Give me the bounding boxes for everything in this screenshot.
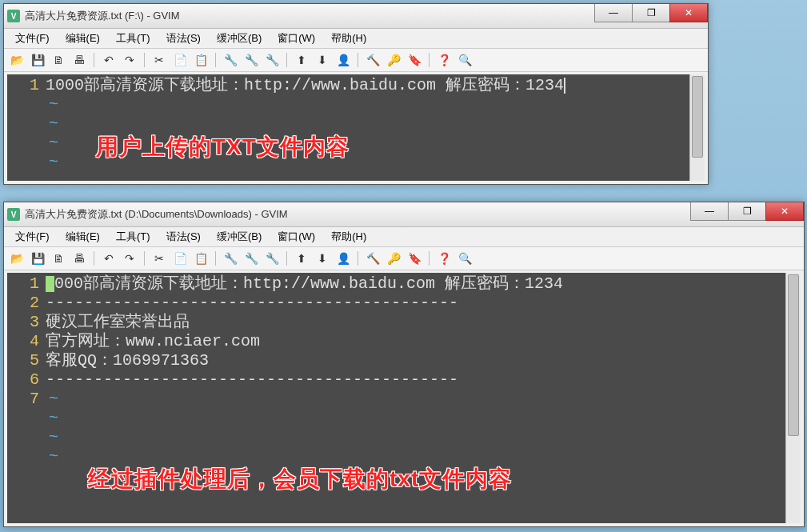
code-line[interactable]: 000部高清资源下载地址：http://www.baidu.com 解压密码：1… — [46, 274, 801, 294]
toolbar-button-icon[interactable]: 🔍 — [457, 52, 473, 68]
code-line[interactable]: 官方网址：www.nciaer.com — [46, 332, 801, 351]
toolbar-button-icon[interactable]: ⬆ — [294, 250, 310, 266]
toolbar-button-icon[interactable]: 🔖 — [406, 52, 422, 68]
toolbar-button-icon[interactable]: 💾 — [30, 250, 46, 266]
annotation-text-2: 经过插件处理后，会员下载的txt文件内容 — [88, 464, 512, 494]
toolbar-button-icon[interactable]: 🔧 — [243, 250, 259, 266]
code-content[interactable]: 1000部高清资源下载地址：http://www.baidu.com 解压密码：… — [46, 74, 705, 181]
toolbar-button-icon[interactable]: ⬇ — [314, 250, 330, 266]
toolbar-button-icon[interactable]: 🖶 — [71, 250, 87, 266]
toolbar-button-icon[interactable]: 🔧 — [264, 52, 280, 68]
toolbar-button-icon[interactable]: 👤 — [335, 52, 351, 68]
toolbar-button-icon[interactable]: 🗎 — [50, 52, 66, 68]
toolbar-separator — [429, 53, 429, 67]
minimize-button[interactable]: — — [690, 202, 729, 221]
toolbar-button-icon[interactable]: 🖶 — [71, 52, 87, 68]
menu-item[interactable]: 工具(T) — [108, 30, 158, 47]
code-line[interactable]: 硬汉工作室荣誉出品 — [46, 313, 801, 332]
toolbar-button-icon[interactable]: 💾 — [30, 52, 46, 68]
minimize-button[interactable]: — — [594, 4, 633, 22]
toolbar-button-icon[interactable]: 🔧 — [222, 52, 238, 68]
toolbar-button-icon[interactable]: ↷ — [122, 52, 138, 68]
toolbar-button-icon[interactable]: 📋 — [193, 250, 209, 266]
code-line[interactable]: ----------------------------------------… — [46, 294, 801, 313]
toolbar-button-icon[interactable]: 📂 — [9, 52, 25, 68]
empty-line-tilde: ~ — [46, 390, 801, 409]
scrollbar-thumb[interactable] — [788, 274, 799, 436]
toolbar-button-icon[interactable]: 🔑 — [386, 250, 402, 266]
window-controls: — ❐ ✕ — [691, 202, 804, 221]
toolbar-button-icon[interactable]: 🔧 — [222, 250, 238, 266]
toolbar-separator — [215, 53, 216, 67]
toolbar-button-icon[interactable]: 📋 — [193, 52, 209, 68]
toolbar-button-icon[interactable]: ⬆ — [294, 52, 310, 68]
menu-item[interactable]: 窗口(W) — [270, 30, 323, 47]
menubar: 文件(F)编辑(E)工具(T)语法(S)缓冲区(B)窗口(W)帮助(H) — [4, 227, 804, 247]
cursor-block — [46, 276, 54, 292]
editor-area[interactable]: 1 1000部高清资源下载地址：http://www.baidu.com 解压密… — [7, 74, 705, 181]
toolbar-button-icon[interactable]: ↶ — [101, 250, 117, 266]
menu-item[interactable]: 缓冲区(B) — [209, 228, 270, 246]
toolbar-button-icon[interactable]: 🗎 — [50, 250, 66, 266]
scrollbar-thumb[interactable] — [692, 76, 703, 158]
insert-cursor — [564, 78, 565, 94]
menu-item[interactable]: 编辑(E) — [58, 30, 108, 47]
window-controls: — ❐ ✕ — [595, 4, 708, 22]
toolbar-button-icon[interactable]: 🔧 — [264, 250, 280, 266]
toolbar-separator — [144, 251, 145, 266]
window-title: 高清大片免费资源.txt (D:\Documents\Downloads) - … — [25, 207, 288, 222]
maximize-button[interactable]: ❐ — [728, 202, 766, 221]
toolbar-button-icon[interactable]: 🔍 — [457, 250, 473, 266]
toolbar: 📂💾🗎🖶↶↷✂📄📋🔧🔧🔧⬆⬇👤🔨🔑🔖❓🔍 — [4, 49, 708, 72]
menu-item[interactable]: 文件(F) — [7, 228, 58, 246]
line-number: 5 — [7, 351, 39, 370]
toolbar-button-icon[interactable]: 📄 — [172, 250, 188, 266]
toolbar-button-icon[interactable]: ✂ — [151, 52, 167, 68]
line-number: 7 — [7, 390, 39, 409]
code-line[interactable]: ----------------------------------------… — [46, 370, 801, 390]
toolbar-button-icon[interactable]: ✂ — [151, 250, 167, 266]
menu-item[interactable]: 编辑(E) — [58, 228, 108, 246]
menu-item[interactable]: 文件(F) — [7, 30, 58, 47]
toolbar-button-icon[interactable]: 🔨 — [365, 52, 381, 68]
menu-item[interactable]: 窗口(W) — [270, 228, 323, 246]
toolbar-button-icon[interactable]: ↷ — [122, 250, 138, 266]
toolbar-button-icon[interactable]: 🔑 — [386, 52, 402, 68]
app-icon: V — [7, 208, 20, 221]
line-number-gutter: 1234567 — [7, 273, 46, 523]
menu-item[interactable]: 语法(S) — [158, 228, 209, 246]
toolbar-button-icon[interactable]: 🔖 — [406, 250, 422, 266]
toolbar-button-icon[interactable]: 👤 — [335, 250, 351, 266]
line-number-gutter: 1 — [7, 74, 46, 181]
annotation-text-1: 用户上传的TXT文件内容 — [96, 132, 350, 162]
close-button[interactable]: ✕ — [765, 202, 804, 221]
menu-item[interactable]: 缓冲区(B) — [209, 30, 270, 47]
titlebar[interactable]: V 高清大片免费资源.txt (D:\Documents\Downloads) … — [4, 202, 804, 227]
vertical-scrollbar[interactable] — [785, 273, 801, 523]
menu-item[interactable]: 帮助(H) — [323, 30, 374, 47]
vertical-scrollbar[interactable] — [689, 74, 705, 181]
code-line[interactable]: 客服QQ：1069971363 — [46, 351, 801, 370]
line-number: 4 — [7, 332, 39, 351]
line-number: 2 — [7, 294, 39, 313]
menu-item[interactable]: 语法(S) — [158, 30, 209, 47]
app-icon: V — [7, 10, 20, 22]
menu-item[interactable]: 工具(T) — [108, 228, 158, 246]
toolbar-button-icon[interactable]: 📄 — [172, 52, 188, 68]
toolbar-separator — [215, 251, 216, 266]
toolbar-button-icon[interactable]: 📂 — [9, 250, 25, 266]
toolbar-button-icon[interactable]: 🔨 — [365, 250, 381, 266]
toolbar-button-icon[interactable]: ⬇ — [314, 52, 330, 68]
toolbar-button-icon[interactable]: 🔧 — [243, 52, 259, 68]
toolbar-button-icon[interactable]: ❓ — [436, 250, 452, 266]
line-number: 1 — [7, 274, 39, 294]
toolbar: 📂💾🗎🖶↶↷✂📄📋🔧🔧🔧⬆⬇👤🔨🔑🔖❓🔍 — [4, 247, 804, 270]
toolbar-separator — [144, 53, 145, 67]
toolbar-button-icon[interactable]: ❓ — [436, 52, 452, 68]
maximize-button[interactable]: ❐ — [632, 4, 670, 22]
titlebar[interactable]: V 高清大片免费资源.txt (F:\) - GVIM — ❐ ✕ — [4, 4, 708, 29]
menu-item[interactable]: 帮助(H) — [323, 228, 374, 246]
close-button[interactable]: ✕ — [669, 4, 708, 22]
code-line[interactable]: 1000部高清资源下载地址：http://www.baidu.com 解压密码：… — [46, 76, 705, 95]
toolbar-button-icon[interactable]: ↶ — [101, 52, 117, 68]
